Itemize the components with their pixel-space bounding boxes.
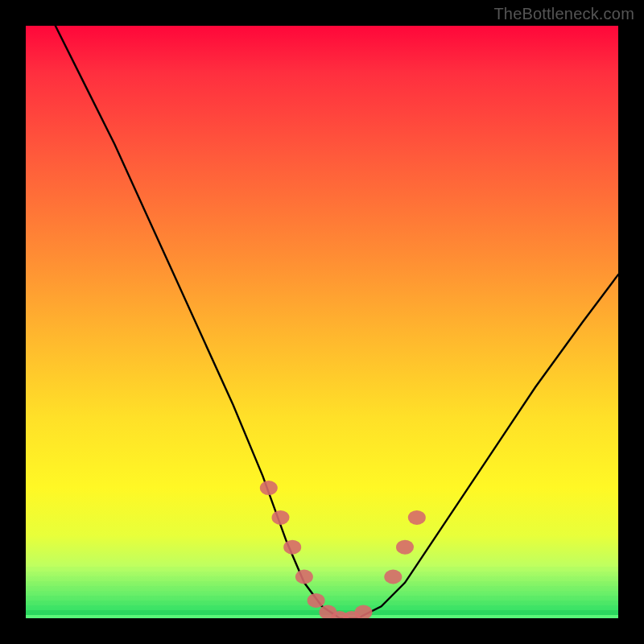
marker-dot xyxy=(295,570,313,584)
marker-dot xyxy=(331,611,349,618)
marker-dot xyxy=(343,611,361,618)
marker-dot xyxy=(384,570,402,584)
attribution-text: TheBottleneck.com xyxy=(493,5,634,23)
curve-layer xyxy=(26,26,618,618)
chart-frame: TheBottleneck.com xyxy=(0,0,644,644)
marker-dot xyxy=(408,510,426,525)
marker-dot xyxy=(260,481,278,495)
marker-dot xyxy=(283,540,301,555)
marker-dot xyxy=(396,540,414,555)
marker-dot xyxy=(319,605,336,618)
bottleneck-curve-path xyxy=(56,26,618,618)
marker-dot xyxy=(355,605,373,618)
marker-group xyxy=(260,481,426,618)
marker-dot xyxy=(308,593,325,608)
bottom-bands xyxy=(26,567,618,618)
plot-area xyxy=(26,26,618,618)
marker-dot xyxy=(272,510,290,525)
